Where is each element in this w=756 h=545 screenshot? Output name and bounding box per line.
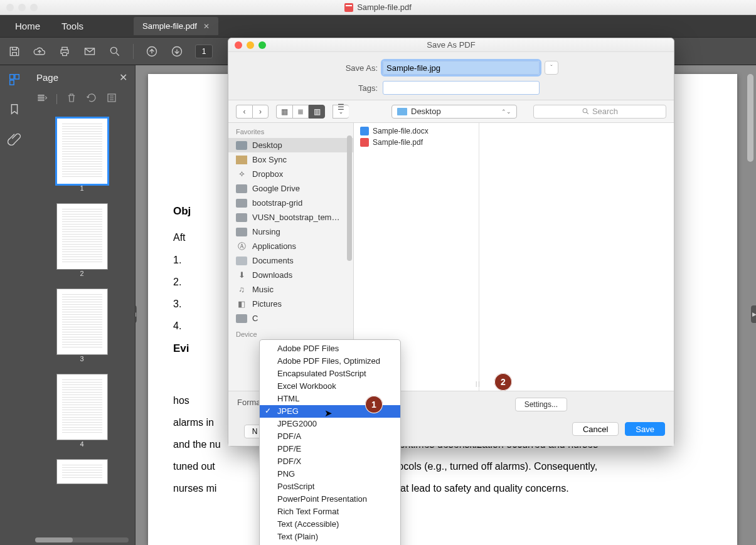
app-tab-bar: Home Tools Sample-file.pdf ✕	[0, 15, 756, 38]
svg-point-11	[583, 108, 587, 113]
format-option[interactable]: Excel Workbook	[260, 380, 400, 393]
column-resize-grip-icon[interactable]: ||	[476, 381, 481, 387]
rail-thumbnails-icon[interactable]	[8, 73, 21, 88]
search-icon[interactable]	[108, 45, 122, 58]
sidebar-section-favorites: Favorites	[228, 123, 353, 138]
settings-button[interactable]: Settings...	[515, 398, 567, 411]
format-option[interactable]: Adobe PDF Files, Optimized	[260, 355, 400, 368]
print-icon[interactable]	[58, 45, 72, 58]
thumb-page-4[interactable]	[56, 374, 108, 440]
view-list-button[interactable]: ≣	[292, 105, 309, 119]
format-option[interactable]: Text (Accessible)	[260, 518, 400, 531]
doc-text: hos	[173, 395, 189, 406]
svg-rect-9	[38, 100, 44, 101]
sidebar-scrollbar[interactable]	[347, 135, 352, 261]
tags-input[interactable]	[383, 81, 540, 95]
nav-back-button[interactable]: ‹	[236, 105, 252, 119]
dropbox-icon: ✧	[236, 170, 247, 179]
format-option[interactable]: PDF/E	[260, 443, 400, 455]
save-button[interactable]: Save	[625, 422, 665, 436]
doc-scrollbar[interactable]	[747, 74, 753, 162]
format-option[interactable]: Encapsulated PostScript	[260, 368, 400, 380]
thumb-page-1[interactable]	[56, 118, 108, 184]
close-panel-icon[interactable]: ✕	[119, 71, 127, 83]
format-option[interactable]: PostScript	[260, 480, 400, 493]
sidebar-item-label: Music	[252, 285, 274, 294]
save-as-input[interactable]	[383, 61, 540, 75]
pdf-file-icon	[344, 3, 353, 12]
sidebar-item-nursing[interactable]: Nursing	[228, 225, 353, 239]
search-placeholder: Search	[592, 107, 618, 116]
thumb-page-5[interactable]	[56, 459, 108, 484]
panel-collapse-left-icon[interactable]: ◀	[136, 305, 137, 323]
nav-forward-button[interactable]: ›	[252, 105, 269, 119]
more-icon[interactable]	[106, 92, 117, 105]
sidebar-item-bootstrap[interactable]: bootstrap-grid	[228, 196, 353, 210]
view-mode-segment[interactable]: ▦ ≣ ▥	[276, 105, 325, 119]
close-tab-icon[interactable]: ✕	[203, 22, 210, 31]
preview-column	[479, 123, 674, 391]
thumb-label: 3	[56, 355, 108, 362]
dialog-titlebar[interactable]: Save As PDF	[228, 38, 674, 52]
format-option[interactable]: JPEG2000	[260, 418, 400, 430]
rotate-icon[interactable]	[86, 92, 97, 105]
panel-collapse-right-icon[interactable]: ▶	[751, 305, 756, 323]
cloud-icon[interactable]	[33, 45, 46, 58]
options-icon[interactable]	[36, 92, 48, 105]
file-name: Sample-file.pdf	[373, 138, 423, 147]
view-columns-button[interactable]: ▥	[309, 105, 325, 119]
sidebar-item-googledrive[interactable]: Google Drive	[228, 181, 353, 196]
save-icon[interactable]	[8, 45, 21, 58]
tab-document[interactable]: Sample-file.pdf ✕	[134, 17, 218, 35]
sidebar-item-label: Google Drive	[252, 184, 300, 193]
cancel-button[interactable]: Cancel	[572, 422, 619, 436]
page-down-icon[interactable]	[170, 45, 184, 58]
expand-toggle-button[interactable]: ˇ	[545, 61, 558, 75]
sidebar-item-documents[interactable]: Documents	[228, 253, 353, 268]
format-option[interactable]: PDF/A	[260, 430, 400, 443]
doc-text: nurses mi	[173, 483, 216, 494]
page-up-icon[interactable]	[145, 45, 159, 58]
sidebar-item-desktop[interactable]: Desktop	[228, 138, 353, 152]
rail-bookmark-icon[interactable]	[8, 102, 21, 118]
format-option[interactable]: Adobe PDF Files	[260, 342, 400, 355]
format-option[interactable]: Text (Plain)	[260, 531, 400, 543]
sidebar-item-label: Downloads	[252, 270, 292, 280]
thumb-page-3[interactable]	[56, 288, 108, 355]
sidebar-item-cut[interactable]: C	[228, 311, 353, 325]
format-option[interactable]: PDF/X	[260, 455, 400, 468]
group-button[interactable]: ☰ ˇ	[333, 105, 349, 119]
sidebar-item-pictures[interactable]: ◧Pictures	[228, 297, 353, 311]
trash-icon[interactable]	[66, 92, 77, 105]
view-icons-button[interactable]: ▦	[276, 105, 292, 119]
sidebar-item-vusn[interactable]: VUSN_bootstrap_tem…	[228, 210, 353, 225]
tab-home[interactable]: Home	[6, 16, 49, 36]
format-dropdown-menu[interactable]: Adobe PDF Files Adobe PDF Files, Optimiz…	[259, 339, 401, 545]
file-row[interactable]: Sample-file.docx	[354, 125, 479, 137]
format-option[interactable]: PNG	[260, 468, 400, 480]
group-by-button[interactable]: ☰ ˇ	[333, 105, 349, 119]
tab-tools[interactable]: Tools	[53, 16, 92, 36]
sidebar-item-label: Applications	[252, 241, 296, 251]
sidebar-item-dropbox[interactable]: ✧Dropbox	[228, 167, 353, 181]
thumb-page-2[interactable]	[56, 203, 108, 270]
search-field[interactable]: Search	[533, 105, 666, 119]
save-as-label: Save As:	[241, 63, 383, 73]
window-titlebar: Sample-file.pdf	[0, 0, 756, 15]
sidebar-item-downloads[interactable]: ⬇Downloads	[228, 268, 353, 282]
thumbnail-list[interactable]: 1 2 3 4	[29, 112, 135, 535]
nav-back-forward[interactable]: ‹ ›	[236, 105, 269, 119]
thumbnail-title: Page	[36, 72, 58, 83]
page-number-input[interactable]	[195, 45, 213, 58]
file-row[interactable]: Sample-file.pdf	[354, 137, 479, 148]
rail-attachment-icon[interactable]	[8, 132, 21, 147]
sidebar-item-applications[interactable]: ⒶApplications	[228, 239, 353, 253]
file-name: Sample-file.docx	[373, 127, 429, 135]
format-option[interactable]: PowerPoint Presentation	[260, 493, 400, 505]
mail-icon[interactable]	[83, 45, 97, 58]
sidebar-item-music[interactable]: ♫Music	[228, 282, 353, 297]
location-select[interactable]: Desktop ⌃⌄	[391, 105, 517, 119]
thumb-scrollbar[interactable]	[35, 537, 129, 542]
sidebar-item-boxsync[interactable]: Box Sync	[228, 152, 353, 167]
format-option[interactable]: Rich Text Format	[260, 505, 400, 518]
